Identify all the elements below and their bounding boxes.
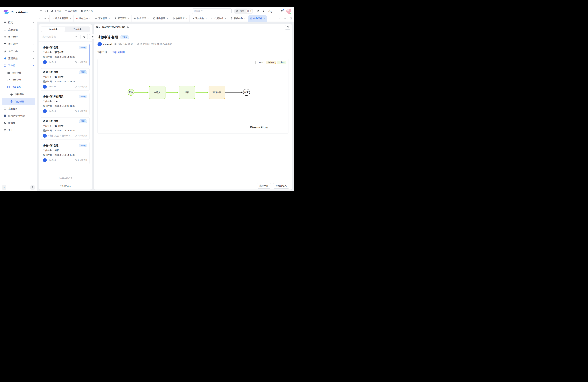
sidebar: Plus Admin 概览系统管理租户管理系统监控系统工具流程发起工作流流程分类… — [0, 7, 37, 191]
notifications-button[interactable] — [281, 10, 284, 13]
refresh-detail-button[interactable] — [285, 25, 290, 30]
close-icon[interactable]: × — [128, 17, 129, 20]
status-badge: 待审核 — [120, 35, 129, 39]
chevron-down-icon — [32, 57, 34, 60]
flow-node-team-leader[interactable]: 组长 — [179, 86, 195, 99]
sidebar-item-wechat-group[interactable]: 微信群 — [0, 119, 37, 127]
sidebar-item-overview[interactable]: 概览 — [0, 19, 37, 26]
task-card[interactable]: 请假申请-普通待审核当前任务： 组长提交时间： 2025-01-16 14:45… — [41, 142, 90, 164]
tab-code-gen[interactable]: 代码生成× — [209, 15, 229, 21]
tabs-scroll-left-button[interactable] — [37, 15, 42, 21]
sidebar-item-flow-monitor[interactable]: 流程监控 — [0, 84, 37, 91]
monitor-icon — [7, 86, 10, 88]
task-card[interactable]: 请假申请-普通待审核当前任务： 部门主管提交时间： 2025-01-16 14:… — [41, 117, 90, 140]
monitor-icon — [4, 28, 6, 31]
breadcrumb-workflow[interactable]: 工作流 — [51, 10, 61, 13]
tab-param-settings[interactable]: 参数设置× — [170, 15, 190, 21]
close-icon[interactable]: × — [147, 17, 149, 20]
close-icon[interactable]: × — [167, 17, 168, 20]
change-assignee-button[interactable]: 修改办理人 — [273, 183, 289, 189]
expand-icon — [274, 10, 277, 13]
breadcrumb-flow-monitor[interactable]: 流程监控 — [65, 10, 77, 13]
flow-node-start[interactable]: 开始 — [127, 89, 134, 96]
wechat-icon — [4, 122, 6, 125]
tabs-menu-button[interactable] — [282, 15, 288, 21]
tab-todo-tasks[interactable]: 待办任务× — [248, 15, 267, 21]
sidebar-item-about[interactable]: 关于 — [0, 127, 37, 134]
tab-approval-flowchart[interactable]: 审批流程图 — [113, 51, 125, 56]
home-icon — [4, 35, 6, 38]
flow-node-applicant[interactable]: 申请人 — [149, 86, 166, 99]
chevron-up-icon — [32, 86, 34, 88]
tab-label: 部门管理 — [118, 17, 126, 20]
sidebar-item-flow-instance[interactable]: 流程实例 — [0, 91, 37, 98]
avatar: LL — [43, 85, 47, 88]
sidebar-item-system-tools[interactable]: 系统工具 — [0, 47, 37, 55]
close-icon[interactable]: × — [89, 17, 91, 20]
flow-node-end[interactable]: 结束 — [243, 89, 250, 96]
sidebar-item-tenant-mgmt[interactable]: 租户管理 — [0, 33, 37, 40]
close-icon[interactable]: × — [48, 17, 49, 20]
copy-icon[interactable] — [126, 26, 129, 28]
tab-clipped-tab[interactable]: × — [42, 15, 50, 21]
task-card[interactable]: 请假申请-普通待审核当前任务： 部门主管提交时间： 2025-01-23 14:… — [41, 44, 90, 66]
settings-button[interactable] — [256, 10, 259, 13]
tabs-scroll-right-button[interactable] — [276, 15, 282, 21]
close-icon[interactable]: × — [225, 17, 226, 20]
fullscreen-button[interactable] — [274, 10, 277, 13]
flowchart-canvas[interactable]: 开始申请人组长部门主管结束 — [98, 59, 288, 133]
sidebar-item-flow-definition[interactable]: 流程定义 — [0, 76, 37, 84]
sidebar-item-system-monitor[interactable]: 系统监控 — [0, 40, 37, 47]
close-icon[interactable]: × — [109, 17, 110, 20]
sidebar-item-my-tasks[interactable]: 我的任务 — [0, 105, 37, 112]
tab-tenant-package[interactable]: 租户套餐管理× — [50, 15, 74, 21]
tab-dept-mgmt[interactable]: 部门管理× — [112, 15, 132, 21]
segment-todo[interactable]: 待办任务 — [41, 27, 65, 32]
close-icon[interactable]: × — [264, 17, 265, 20]
tenant-select-input[interactable] — [192, 8, 231, 14]
sidebar-item-label: 流程定义 — [12, 78, 34, 82]
sidebar-collapse-button[interactable]: « — [2, 185, 6, 190]
sidebar-item-demo-features[interactable]: 演示站专用功能 — [0, 112, 37, 119]
tab-approval-detail[interactable]: 审批详情 — [98, 51, 107, 56]
refresh-list-button[interactable] — [81, 34, 88, 39]
app-logo[interactable]: Plus Admin — [0, 7, 37, 18]
breadcrumb-todo-tasks[interactable]: 待办任务 — [81, 10, 93, 13]
flow-intervene-button[interactable]: 流程干预 — [257, 183, 271, 189]
content-fullscreen-button[interactable] — [288, 15, 294, 21]
language-button[interactable]: 文A — [269, 10, 272, 13]
tab-post-mgmt[interactable]: 岗位管理× — [131, 15, 151, 21]
tab-dict-mgmt[interactable]: 字典管理× — [151, 15, 170, 21]
updated-label: 1 天前更新 — [78, 61, 87, 64]
card-current-task: 当前任务： 组长 — [43, 149, 87, 152]
tab-my-todo[interactable]: 我的待办× — [228, 15, 248, 21]
sidebar-item-label: 待办任务 — [15, 100, 33, 103]
close-icon[interactable]: × — [244, 17, 246, 20]
user-avatar[interactable] — [286, 9, 291, 14]
tab-cache-monitor[interactable]: 缓存监控× — [74, 15, 93, 21]
global-search[interactable]: 搜索 ⌘ K — [234, 8, 253, 14]
collapse-menu-icon[interactable] — [40, 10, 42, 13]
task-card[interactable]: 请假申请-普通待审核当前任务： 部门主管提交时间： 2025-01-22 10:… — [41, 68, 90, 91]
search-button[interactable] — [73, 34, 79, 39]
sidebar-item-flow-initiate[interactable]: 流程发起 — [0, 55, 37, 62]
flow-node-dept-manager[interactable]: 部门主管 — [209, 86, 225, 99]
sidebar-item-label: 系统工具 — [8, 50, 31, 53]
sidebar-item-todo-tasks[interactable]: 待办任务 — [2, 98, 35, 105]
close-icon[interactable]: × — [206, 17, 207, 20]
tab-menu-mgmt[interactable]: 菜单管理× — [93, 15, 112, 21]
sidebar-item-system-mgmt[interactable]: 系统管理 — [0, 26, 37, 33]
task-card[interactable]: 请假申请-并行网关待审核当前任务： CEO提交时间： 2025-01-18 08… — [41, 93, 90, 115]
card-header: 请假申请-并行网关待审核 — [43, 95, 87, 98]
flow-name-search-input[interactable] — [41, 34, 73, 39]
status-badge: 待审核 — [79, 95, 87, 98]
sidebar-pin-button[interactable] — [30, 185, 35, 190]
segment-done[interactable]: 已办任务 — [65, 27, 89, 32]
sidebar-item-flow-category[interactable]: 流程分类 — [0, 69, 37, 76]
dark-mode-button[interactable] — [262, 10, 265, 13]
tab-notice[interactable]: 通知公告× — [190, 15, 209, 21]
sidebar-item-workflow[interactable]: 工作流 — [0, 62, 37, 69]
close-icon[interactable]: × — [70, 17, 71, 20]
refresh-page-icon[interactable] — [45, 10, 48, 13]
close-icon[interactable]: × — [186, 17, 188, 20]
